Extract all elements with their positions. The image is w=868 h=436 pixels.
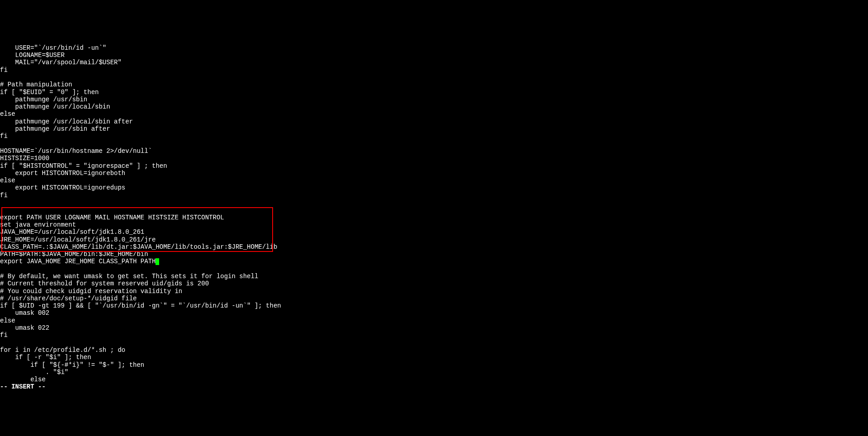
editor-line[interactable]: if [ -r "$i" ]; then — [0, 354, 868, 361]
editor-line[interactable]: fi — [0, 66, 868, 74]
editor-line[interactable]: . "$i" — [0, 369, 868, 376]
editor-line[interactable]: else — [0, 110, 868, 118]
editor-line[interactable]: MAIL="/var/spool/mail/$USER" — [0, 59, 868, 66]
editor-line[interactable] — [0, 206, 868, 213]
editor-line[interactable]: set java environment — [0, 221, 868, 228]
vim-status-line: -- INSERT -- — [0, 383, 868, 390]
text-cursor — [156, 258, 159, 265]
editor-line[interactable]: else — [0, 376, 868, 383]
editor-line[interactable]: fi — [0, 332, 868, 339]
editor-line[interactable]: if [ "$HISTCONTROL" = "ignorespace" ] ; … — [0, 162, 868, 170]
editor-line[interactable]: PATH=$PATH:$JAVA_HOME/bin:$JRE_HOME/bin — [0, 251, 868, 258]
editor-line[interactable]: CLASS_PATH=.:$JAVA_HOME/lib/dt.jar:$JAVA… — [0, 243, 868, 251]
editor-content[interactable]: USER="`/usr/bin/id -un`" LOGNAME=$USER M… — [0, 44, 868, 384]
editor-line[interactable]: HOSTNAME=`/usr/bin/hostname 2>/dev/null` — [0, 147, 868, 155]
editor-line[interactable] — [0, 265, 868, 273]
terminal-view[interactable]: USER="`/usr/bin/id -un`" LOGNAME=$USER M… — [0, 29, 868, 412]
editor-line[interactable]: USER="`/usr/bin/id -un`" — [0, 44, 868, 52]
editor-line[interactable]: export HISTCONTROL=ignoredups — [0, 184, 868, 191]
editor-line[interactable]: pathmunge /usr/sbin — [0, 96, 868, 103]
editor-line[interactable]: umask 022 — [0, 324, 868, 332]
editor-line[interactable]: if [ "$EUID" = "0" ]; then — [0, 89, 868, 96]
editor-line[interactable]: export JAVA_HOME JRE_HOME CLASS_PATH PAT… — [0, 258, 868, 265]
editor-line[interactable]: LOGNAME=$USER — [0, 52, 868, 59]
editor-line[interactable]: for i in /etc/profile.d/*.sh ; do — [0, 346, 868, 354]
editor-line[interactable]: export HISTCONTROL=ignoreboth — [0, 170, 868, 177]
editor-line[interactable]: # You could check uidgid reservation val… — [0, 288, 868, 295]
editor-line[interactable]: umask 002 — [0, 309, 868, 317]
editor-line[interactable]: fi — [0, 133, 868, 140]
editor-line[interactable]: if [ $UID -gt 199 ] && [ "`/usr/bin/id -… — [0, 302, 868, 309]
editor-line[interactable]: else — [0, 317, 868, 324]
editor-line[interactable]: # Path manipulation — [0, 81, 868, 88]
editor-line[interactable]: export PATH USER LOGNAME MAIL HOSTNAME H… — [0, 214, 868, 221]
editor-line[interactable]: # Current threshold for system reserved … — [0, 280, 868, 287]
editor-line[interactable] — [0, 199, 868, 206]
editor-line[interactable] — [0, 74, 868, 81]
editor-line[interactable] — [0, 140, 868, 147]
editor-line[interactable]: pathmunge /usr/local/sbin — [0, 103, 868, 110]
editor-line[interactable]: # By default, we want umask to get set. … — [0, 273, 868, 280]
editor-line[interactable]: fi — [0, 192, 868, 199]
editor-line[interactable]: JAVA_HOME=/usr/local/soft/jdk1.8.0_261 — [0, 228, 868, 236]
editor-line[interactable]: else — [0, 177, 868, 184]
editor-line[interactable]: pathmunge /usr/sbin after — [0, 125, 868, 133]
editor-line[interactable]: JRE_HOME=/usr/local/soft/jdk1.8.0_261/jr… — [0, 236, 868, 243]
editor-line[interactable]: HISTSIZE=1000 — [0, 155, 868, 162]
editor-line[interactable] — [0, 339, 868, 346]
editor-line[interactable]: if [ "${-#*i}" != "$-" ]; then — [0, 361, 868, 369]
editor-line[interactable]: # /usr/share/doc/setup-*/uidgid file — [0, 295, 868, 302]
editor-line[interactable]: pathmunge /usr/local/sbin after — [0, 118, 868, 125]
